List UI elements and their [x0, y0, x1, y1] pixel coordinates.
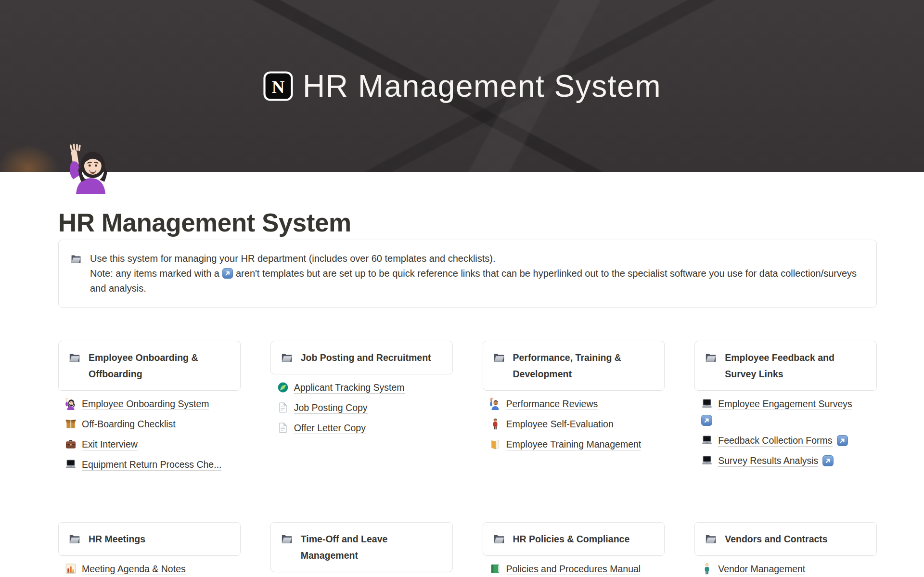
- book-orange-icon: [489, 438, 501, 450]
- page-link-label: Job Posting Copy: [294, 402, 368, 414]
- page-link-feedback-collection-forms[interactable]: Feedback Collection Forms: [694, 430, 877, 450]
- notion-logo-icon: N: [263, 71, 294, 102]
- page-link-label: Employee Onboarding System: [82, 398, 209, 410]
- section-column-employee-feedback-and-survey-links: Employee Feedback and Survey LinksEmploy…: [694, 341, 877, 471]
- page-link-label: Employee Engagement Surveys: [718, 398, 852, 410]
- page-link-employee-onboarding-system[interactable]: Employee Onboarding System: [58, 394, 241, 414]
- person-teal-icon: [701, 563, 713, 575]
- section-column-employee-onboarding-offboarding: Employee Onboarding & Offboarding Employ…: [58, 341, 241, 474]
- section-card-employee-onboarding-offboarding[interactable]: Employee Onboarding & Offboarding: [58, 341, 241, 391]
- page-body: HR Management System Use this system for…: [0, 172, 924, 577]
- section-links: Employee Onboarding SystemOff-Boarding C…: [58, 394, 241, 474]
- section-column-job-posting-and-recruitment: Job Posting and RecruitmentApplicant Tra…: [270, 341, 453, 438]
- page-link-employee-self-evaluation[interactable]: Employee Self-Evaluation: [483, 414, 665, 434]
- section-column-hr-meetings: HR MeetingsMeeting Agenda & Notes: [58, 522, 241, 577]
- page-link-label: Exit Interview: [82, 439, 138, 450]
- section-grid-row-2: HR MeetingsMeeting Agenda & NotesTime-Of…: [58, 522, 877, 577]
- section-card-title: HR Meetings: [89, 531, 145, 547]
- section-links: Performance ReviewsEmployee Self-Evaluat…: [483, 394, 665, 454]
- page-icon[interactable]: [65, 143, 116, 194]
- page-link-off-boarding-checklist[interactable]: Off-Boarding Checklist: [58, 414, 241, 434]
- page-cover: N HR Management System: [0, 0, 924, 172]
- section-card-hr-meetings[interactable]: HR Meetings: [58, 522, 241, 556]
- page-title: HR Management System: [58, 172, 877, 238]
- callout-text: Use this system for managing your HR dep…: [90, 251, 860, 296]
- callout: Use this system for managing your HR dep…: [58, 240, 877, 308]
- section-column-hr-policies-compliance: HR Policies & CompliancePolicies and Pro…: [483, 522, 665, 577]
- man-raising-hand-icon: [489, 397, 501, 410]
- section-card-job-posting-and-recruitment[interactable]: Job Posting and Recruitment: [270, 341, 453, 374]
- page-link-applicant-tracking-system[interactable]: Applicant Tracking System: [270, 377, 453, 397]
- section-column-performance-training-development: Performance, Training & Development Perf…: [483, 341, 665, 454]
- folder-icon: [493, 533, 505, 545]
- page-link-survey-results-analysis[interactable]: Survey Results Analysis: [694, 450, 877, 471]
- page-link-employee-engagement-surveys[interactable]: Employee Engagement Surveys: [694, 394, 877, 430]
- external-link-arrow-icon: [701, 414, 713, 426]
- section-links: Vendor Management: [694, 559, 877, 577]
- folder-icon: [705, 533, 717, 545]
- section-card-title: Performance, Training & Development: [513, 349, 655, 382]
- page-link-employee-training-management[interactable]: Employee Training Management: [483, 434, 665, 454]
- page-link-label: Performance Reviews: [506, 398, 598, 410]
- page-link-label: Policies and Procedures Manual: [506, 564, 641, 575]
- laptop-icon: [701, 397, 713, 410]
- section-card-title: Employee Onboarding & Offboarding: [89, 349, 231, 382]
- document-icon: [277, 401, 289, 414]
- section-card-title: Employee Feedback and Survey Links: [725, 349, 867, 382]
- external-link-arrow-icon: [822, 455, 834, 467]
- callout-note-before: Note: any items marked with a: [90, 268, 219, 279]
- section-column-time-off-and-leave-management: Time-Off and Leave Management: [270, 522, 453, 575]
- callout-line1: Use this system for managing your HR dep…: [90, 253, 496, 264]
- page-link-label: Employee Training Management: [506, 439, 642, 450]
- page-link-job-posting-copy[interactable]: Job Posting Copy: [270, 397, 453, 418]
- page-link-vendor-management[interactable]: Vendor Management: [694, 559, 877, 577]
- laptop-icon: [701, 454, 713, 467]
- laptop-icon: [701, 434, 713, 447]
- page-link-label: Meeting Agenda & Notes: [82, 564, 186, 575]
- page-link-label: Applicant Tracking System: [294, 382, 405, 394]
- page-link-label: Employee Self-Evaluation: [506, 419, 614, 430]
- section-card-time-off-and-leave-management[interactable]: Time-Off and Leave Management: [270, 522, 453, 572]
- section-grid-row-1: Employee Onboarding & Offboarding Employ…: [58, 341, 877, 522]
- folder-icon: [281, 351, 293, 364]
- ats-leaf-icon: [277, 381, 289, 394]
- folder-icon: [705, 351, 717, 364]
- green-book-icon: [489, 563, 501, 575]
- person-red-icon: [489, 418, 501, 430]
- folder-icon: [493, 351, 505, 364]
- package-icon: [64, 418, 77, 430]
- folder-icon: [68, 351, 81, 364]
- woman-raising-hand-icon: [64, 397, 77, 410]
- section-card-title: Vendors and Contracts: [725, 531, 827, 547]
- folder-icon: [68, 533, 81, 545]
- folder-icon: [281, 533, 293, 545]
- page-link-label: Equipment Return Process Che...: [82, 459, 221, 471]
- svg-text:N: N: [272, 77, 285, 96]
- briefcase-icon: [64, 438, 77, 450]
- page-link-label: Survey Results Analysis: [718, 455, 818, 467]
- section-card-title: Job Posting and Recruitment: [301, 349, 431, 366]
- section-links: Meeting Agenda & Notes: [58, 559, 241, 577]
- page-link-performance-reviews[interactable]: Performance Reviews: [483, 394, 665, 414]
- section-card-employee-feedback-and-survey-links[interactable]: Employee Feedback and Survey Links: [694, 341, 877, 391]
- page-link-exit-interview[interactable]: Exit Interview: [58, 434, 241, 454]
- section-links: Applicant Tracking SystemJob Posting Cop…: [270, 377, 453, 438]
- section-column-vendors-and-contracts: Vendors and ContractsVendor Management: [694, 522, 877, 577]
- page-link-equipment-return-process-che[interactable]: Equipment Return Process Che...: [58, 454, 241, 474]
- page-link-meeting-agenda-notes[interactable]: Meeting Agenda & Notes: [58, 559, 241, 577]
- document-icon: [277, 422, 289, 434]
- section-card-hr-policies-compliance[interactable]: HR Policies & Compliance: [483, 522, 665, 556]
- page-link-policies-and-procedures-manual[interactable]: Policies and Procedures Manual: [483, 559, 665, 577]
- section-card-title: Time-Off and Leave Management: [301, 531, 443, 564]
- woman-raising-hand-icon: [65, 143, 116, 194]
- page-link-label: Offer Letter Copy: [294, 423, 366, 434]
- section-card-performance-training-development[interactable]: Performance, Training & Development: [483, 341, 665, 391]
- section-links: Employee Engagement SurveysFeedback Coll…: [694, 394, 877, 471]
- page-link-offer-letter-copy[interactable]: Offer Letter Copy: [270, 418, 453, 438]
- section-card-title: HR Policies & Compliance: [513, 531, 630, 547]
- cover-title: HR Management System: [303, 68, 661, 104]
- section-card-vendors-and-contracts[interactable]: Vendors and Contracts: [694, 522, 877, 556]
- page-link-label: Vendor Management: [718, 564, 805, 575]
- external-link-arrow-icon: [222, 268, 233, 279]
- section-links: Policies and Procedures Manual: [483, 559, 665, 577]
